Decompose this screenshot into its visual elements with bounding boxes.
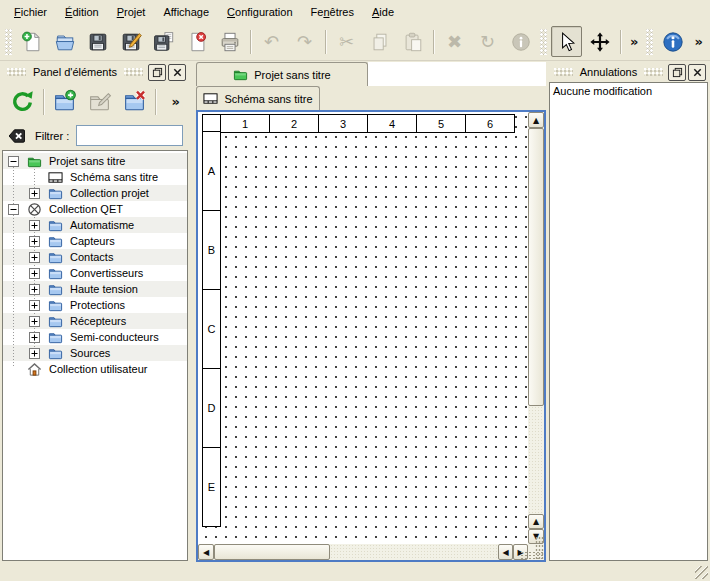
float-icon xyxy=(672,67,683,78)
tree-item-r-cepteurs[interactable]: Récepteurs xyxy=(3,313,187,329)
close-file-button[interactable] xyxy=(181,26,212,57)
print-button[interactable] xyxy=(214,26,245,57)
horizontal-scrollbar-track[interactable] xyxy=(330,544,498,560)
vertical-scrollbar: ▲ ▲ ▼ xyxy=(528,112,544,544)
tree-item-semi-conducteurs[interactable]: Semi-conducteurs xyxy=(3,329,187,345)
tree-item-label: Sources xyxy=(70,347,110,359)
row-headers: ABCDE xyxy=(202,132,221,527)
delete-button[interactable]: ✖ xyxy=(439,26,470,57)
toolbar-overflow-button[interactable]: » xyxy=(167,92,185,111)
tree-item-collection-projet[interactable]: Collection projet xyxy=(3,185,187,201)
tree-item-projet-sans-titre[interactable]: Projet sans titre xyxy=(3,153,187,169)
delete-category-button[interactable] xyxy=(119,86,150,117)
scroll-up-button-2[interactable]: ▲ xyxy=(528,514,544,529)
scrollbar-grip xyxy=(520,551,544,560)
undo-list-item[interactable]: Aucune modification xyxy=(550,83,707,99)
menu-item-1[interactable]: Édition xyxy=(56,3,108,21)
redo-button[interactable]: ↷ xyxy=(289,26,320,57)
expand-expander-icon[interactable] xyxy=(29,332,40,343)
copy-button[interactable] xyxy=(364,26,395,57)
tree-item-capteurs[interactable]: Capteurs xyxy=(3,233,187,249)
save-as-button[interactable] xyxy=(115,26,146,57)
menu-item-5[interactable]: Fenêtres xyxy=(302,3,363,21)
rotate-button[interactable]: ↻ xyxy=(472,26,503,57)
tree-item-collection-qet[interactable]: Collection QET xyxy=(3,201,187,217)
tab-schema[interactable]: Schéma sans titre xyxy=(196,86,320,110)
cut-button[interactable]: ✂ xyxy=(331,26,362,57)
menu-item-4[interactable]: Configuration xyxy=(218,3,301,21)
close-button[interactable] xyxy=(168,64,186,81)
horizontal-scrollbar: ◀ ◀ ▶ xyxy=(198,544,528,560)
toolbar-overflow-button[interactable]: » xyxy=(689,32,707,51)
save-button[interactable] xyxy=(82,26,113,57)
float-button[interactable] xyxy=(148,64,166,81)
tab-bar-empty-area xyxy=(368,62,546,86)
toolbar-overflow-button[interactable]: » xyxy=(625,32,643,51)
tree-item-label: Récepteurs xyxy=(70,315,126,327)
collapse-expander-icon[interactable] xyxy=(8,156,19,167)
undo-history-list: Aucune modification xyxy=(549,82,708,561)
tree-item-collection-utilisateur[interactable]: Collection utilisateur xyxy=(3,361,187,377)
scroll-left-button[interactable]: ◀ xyxy=(198,544,214,560)
menu-item-3[interactable]: Affichage xyxy=(154,3,218,21)
open-project-button[interactable] xyxy=(49,26,80,57)
project-icon xyxy=(233,67,248,82)
expand-expander-icon[interactable] xyxy=(29,284,40,295)
toolbar-handle[interactable] xyxy=(540,29,547,55)
tab-project[interactable]: Projet sans titre xyxy=(196,62,368,86)
schema-icon xyxy=(48,170,64,185)
vertical-scrollbar-thumb[interactable] xyxy=(528,128,544,406)
undo-icon: ↶ xyxy=(264,33,279,51)
paste-button[interactable] xyxy=(397,26,428,57)
collapse-expander-icon[interactable] xyxy=(8,204,19,215)
arrow-left-icon: ◀ xyxy=(203,548,209,557)
close-button[interactable] xyxy=(688,64,706,81)
reload-collections-button[interactable] xyxy=(7,86,38,117)
expand-expander-icon[interactable] xyxy=(29,316,40,327)
about-qet-button[interactable] xyxy=(657,26,688,57)
save-all-button[interactable] xyxy=(148,26,179,57)
toolbar-handle[interactable] xyxy=(5,29,12,55)
schema-tab-bar: Schéma sans titre xyxy=(196,86,546,110)
float-button[interactable] xyxy=(668,64,686,81)
pan-mode-button[interactable] xyxy=(584,26,615,57)
folder-icon xyxy=(48,282,64,297)
tree-item-automatisme[interactable]: Automatisme xyxy=(3,217,187,233)
expand-expander-icon[interactable] xyxy=(29,252,40,263)
diagram-canvas[interactable]: 123456 ABCDE xyxy=(198,112,528,544)
expand-expander-icon[interactable] xyxy=(29,236,40,247)
expand-expander-icon[interactable] xyxy=(29,188,40,199)
element-info-button[interactable] xyxy=(505,26,536,57)
expand-expander-icon[interactable] xyxy=(29,348,40,359)
move-icon xyxy=(589,31,611,53)
tree-item-sources[interactable]: Sources xyxy=(3,345,187,361)
menu-item-2[interactable]: Projet xyxy=(108,3,155,21)
menu-item-6[interactable]: Aide xyxy=(363,3,403,21)
filter-input[interactable] xyxy=(76,125,183,146)
toolbar-handle[interactable] xyxy=(646,29,653,55)
tree-item-contacts[interactable]: Contacts xyxy=(3,249,187,265)
expand-expander-icon[interactable] xyxy=(29,268,40,279)
menu-item-0[interactable]: Fichier xyxy=(5,3,56,21)
resize-grip-icon[interactable] xyxy=(695,566,708,579)
expand-expander-icon[interactable] xyxy=(29,220,40,231)
select-mode-button[interactable] xyxy=(551,26,582,57)
scroll-left-button-2[interactable]: ◀ xyxy=(498,544,513,560)
filter-clear-icon xyxy=(7,126,27,146)
home-icon xyxy=(27,362,43,377)
scroll-up-button[interactable]: ▲ xyxy=(528,112,544,128)
tree-item-sch-ma-sans-titre[interactable]: Schéma sans titre xyxy=(3,169,187,185)
horizontal-scrollbar-thumb[interactable] xyxy=(214,544,330,560)
tree-item-protections[interactable]: Protections xyxy=(3,297,187,313)
vertical-scrollbar-track[interactable] xyxy=(528,406,544,514)
expand-expander-icon[interactable] xyxy=(29,300,40,311)
undo-button[interactable]: ↶ xyxy=(256,26,287,57)
edit-category-button[interactable] xyxy=(84,86,115,117)
clear-filter-button[interactable] xyxy=(7,126,27,146)
tree-item-convertisseurs[interactable]: Convertisseurs xyxy=(3,265,187,281)
new-document-button[interactable] xyxy=(16,26,47,57)
folder-icon xyxy=(48,218,64,233)
tree-item-haute-tension[interactable]: Haute tension xyxy=(3,281,187,297)
new-category-button[interactable] xyxy=(49,86,80,117)
save-all-icon xyxy=(153,31,175,53)
